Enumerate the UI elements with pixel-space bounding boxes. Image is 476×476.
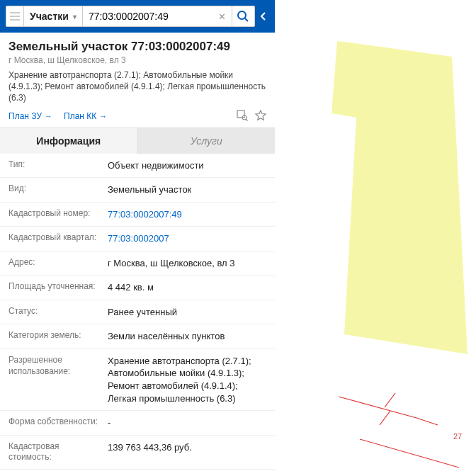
favorite-icon[interactable] — [255, 110, 266, 123]
parcel-polygon — [332, 41, 468, 354]
search-icon — [237, 10, 249, 23]
row-cost: Кадастровая стоимость:139 763 443,36 руб… — [0, 436, 275, 470]
boundary-lines — [339, 393, 459, 468]
row-area: Площадь уточненная:4 442 кв. м — [0, 276, 275, 300]
row-ownership: Форма собственности:- — [0, 411, 275, 436]
search-input-wrap: ✕ — [82, 6, 232, 27]
hamburger-icon — [10, 12, 20, 21]
parcel-address: г Москва, ш Щелковское, вл 3 — [8, 55, 266, 65]
row-type: Тип:Объект недвижимости — [0, 154, 275, 178]
menu-button[interactable] — [6, 6, 23, 27]
chevron-down-icon: ▾ — [73, 13, 76, 21]
row-use: Разрешенное использование:Хранение автот… — [0, 349, 275, 411]
parcel-title: Земельный участок 77:03:0002007:49 — [8, 40, 266, 54]
category-select[interactable]: Участки ▾ — [23, 6, 82, 27]
info-rows: Тип:Объект недвижимости Вид:Земельный уч… — [0, 154, 275, 476]
parcel-description: Хранение автотранспорта (2.7.1); Автомоб… — [8, 69, 266, 104]
plan-zu-link[interactable]: План ЗУ — [8, 111, 52, 121]
search-input[interactable] — [86, 6, 215, 26]
search-button[interactable] — [232, 6, 255, 27]
map-svg — [275, 0, 476, 476]
category-label: Участки — [30, 11, 69, 22]
parcel-number-label: 27 — [453, 432, 462, 441]
row-kind: Вид:Земельный участок — [0, 178, 275, 203]
row-addr: Адрес:г Москва, ш Щелковское, вл 3 — [0, 251, 275, 276]
map-canvas[interactable]: 27 — [275, 0, 476, 476]
chevron-left-icon — [261, 12, 266, 21]
row-cadnum: Кадастровый номер:77:03:0002007:49 — [0, 203, 275, 227]
row-category: Категория земель:Земли населённых пункто… — [0, 324, 275, 349]
plan-kk-link[interactable]: План КК — [64, 111, 107, 121]
row-status: Статус:Ранее учтенный — [0, 300, 275, 325]
row-cadq: Кадастровый квартал:77:03:0002007 — [0, 227, 275, 251]
tab-services[interactable]: Услуги — [138, 128, 276, 154]
svg-rect-1 — [237, 110, 244, 118]
search-on-map-icon[interactable] — [237, 110, 248, 123]
clear-icon[interactable]: ✕ — [215, 11, 229, 22]
tab-information[interactable]: Информация — [0, 128, 138, 154]
row-date-definition: дата определения:01.01.2022 — [0, 470, 275, 476]
svg-point-0 — [238, 11, 246, 19]
tabs: Информация Услуги — [0, 128, 275, 154]
panel-content: Земельный участок 77:03:0002007:49 г Мос… — [0, 33, 275, 476]
collapse-panel-button[interactable] — [258, 6, 269, 27]
search-bar: Участки ▾ ✕ — [0, 0, 275, 33]
